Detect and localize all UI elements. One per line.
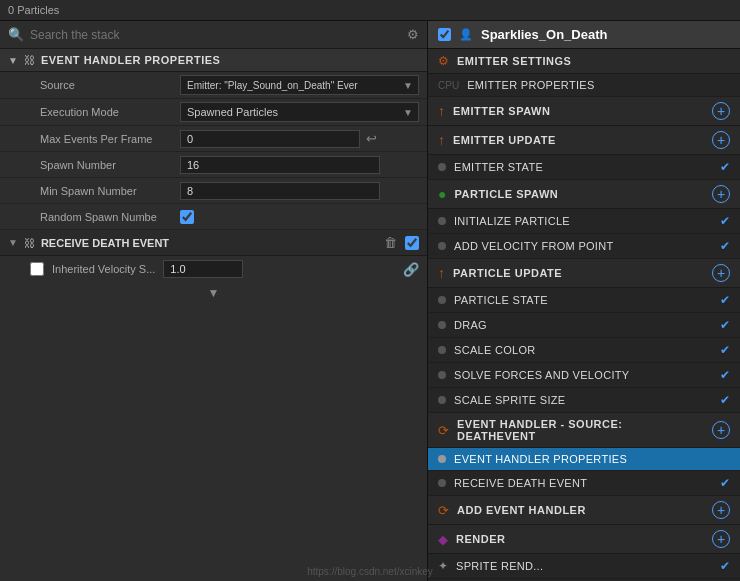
random-spawn-checkbox[interactable] — [180, 210, 194, 224]
chain-icon: ⛓ — [24, 54, 35, 66]
search-input[interactable] — [30, 28, 401, 42]
render-add-button[interactable]: + — [712, 530, 730, 548]
particle-update-add-button[interactable]: + — [712, 264, 730, 282]
sprite-render-check-icon[interactable]: ✔ — [720, 559, 730, 573]
inherited-velocity-checkbox[interactable] — [30, 262, 44, 276]
receive-death-event-item[interactable]: RECEIVE DEATH EVENT ✔ — [428, 471, 740, 496]
execution-mode-row: Execution Mode Spawned Particles ▼ — [0, 99, 427, 126]
filter-icon[interactable]: ⚙ — [407, 27, 419, 42]
receive-death-label: RECEIVE DEATH EVENT — [454, 477, 712, 489]
execution-mode-select-wrapper: Spawned Particles ▼ — [180, 102, 419, 122]
scale-color-check-icon[interactable]: ✔ — [720, 343, 730, 357]
emitter-update-row[interactable]: ↑ EMITTER UPDATE + — [428, 126, 740, 155]
particle-spawn-row[interactable]: ● PARTICLE SPAWN + — [428, 180, 740, 209]
scale-color-item[interactable]: SCALE COLOR ✔ — [428, 338, 740, 363]
scale-sprite-dot — [438, 396, 446, 404]
particle-state-label: PARTICLE STATE — [454, 294, 712, 306]
max-events-input[interactable] — [180, 130, 360, 148]
render-row[interactable]: ◆ RENDER + — [428, 525, 740, 554]
receive-death-title: RECEIVE DEATH EVENT — [41, 237, 169, 249]
drag-item[interactable]: DRAG ✔ — [428, 313, 740, 338]
source-select-text: Emitter: "Play_Sound_on_Death" Ever — [187, 80, 358, 91]
emitter-small-icon: 👤 — [459, 28, 473, 41]
add-event-handler-icon: ⟳ — [438, 503, 449, 518]
scale-color-dot — [438, 346, 446, 354]
add-event-handler-add-button[interactable]: + — [712, 501, 730, 519]
min-spawn-number-input[interactable] — [180, 182, 380, 200]
initialize-particle-item[interactable]: INITIALIZE PARTICLE ✔ — [428, 209, 740, 234]
init-particle-check-icon[interactable]: ✔ — [720, 214, 730, 228]
drag-dot — [438, 321, 446, 329]
event-handler-properties-label: EVENT HANDLER PROPERTIES — [454, 453, 730, 465]
emitter-properties-label: EMITTER PROPERTIES — [467, 79, 730, 91]
particle-state-item[interactable]: PARTICLE STATE ✔ — [428, 288, 740, 313]
emitter-settings-icon: ⚙ — [438, 54, 449, 68]
particle-update-label: PARTICLE UPDATE — [453, 267, 704, 279]
inherited-velocity-row: Inherited Velocity S... 🔗 — [0, 256, 427, 282]
solve-forces-check-icon[interactable]: ✔ — [720, 368, 730, 382]
source-value: Emitter: "Play_Sound_on_Death" Ever ▼ — [180, 75, 419, 95]
particle-state-check-icon[interactable]: ✔ — [720, 293, 730, 307]
event-handler-source-label: EVENT HANDLER - SOURCE: DEATHEVENT — [457, 418, 704, 442]
emitter-properties-item[interactable]: CPU EMITTER PROPERTIES — [428, 74, 740, 97]
spawn-number-input[interactable] — [180, 156, 380, 174]
emitter-settings-label: EMITTER SETTINGS — [457, 55, 730, 67]
receive-death-dot — [438, 479, 446, 487]
execution-mode-value: Spawned Particles ▼ — [180, 102, 419, 122]
event-handler-properties-item[interactable]: EVENT HANDLER PROPERTIES — [428, 448, 740, 471]
reset-icon[interactable]: ↩ — [366, 131, 377, 146]
event-handler-source-icon: ⟳ — [438, 423, 449, 438]
max-events-label: Max Events Per Frame — [40, 133, 180, 145]
search-bar: 🔍 ⚙ — [0, 21, 427, 49]
source-row: Source Emitter: "Play_Sound_on_Death" Ev… — [0, 72, 427, 99]
add-velocity-check-icon[interactable]: ✔ — [720, 239, 730, 253]
particle-update-row[interactable]: ↑ PARTICLE UPDATE + — [428, 259, 740, 288]
scale-sprite-label: SCALE SPRITE SIZE — [454, 394, 712, 406]
drag-label: DRAG — [454, 319, 712, 331]
emitter-header: 👤 Sparklies_On_Death — [428, 21, 740, 49]
event-handler-source-row[interactable]: ⟳ EVENT HANDLER - SOURCE: DEATHEVENT + — [428, 413, 740, 448]
add-velocity-dot — [438, 242, 446, 250]
emitter-state-item[interactable]: EMITTER STATE ✔ — [428, 155, 740, 180]
emitter-state-check-icon[interactable]: ✔ — [720, 160, 730, 174]
init-particle-dot — [438, 217, 446, 225]
emitter-spawn-add-button[interactable]: + — [712, 102, 730, 120]
solve-forces-item[interactable]: SOLVE FORCES AND VELOCITY ✔ — [428, 363, 740, 388]
add-velocity-item[interactable]: ADD VELOCITY FROM POINT ✔ — [428, 234, 740, 259]
death-enable-checkbox[interactable] — [405, 236, 419, 250]
min-spawn-number-row: Min Spawn Number — [0, 178, 427, 204]
sprite-render-star-icon: ✦ — [438, 559, 448, 573]
event-handler-props-dot — [438, 455, 446, 463]
inherited-velocity-input[interactable] — [163, 260, 243, 278]
random-spawn-row: Random Spawn Numbe — [0, 204, 427, 230]
emitter-checkbox[interactable] — [438, 28, 451, 41]
event-handler-add-button[interactable]: + — [712, 421, 730, 439]
scale-color-label: SCALE COLOR — [454, 344, 712, 356]
source-select[interactable]: Emitter: "Play_Sound_on_Death" Ever — [180, 75, 419, 95]
drag-check-icon[interactable]: ✔ — [720, 318, 730, 332]
expand-chevron-icon: ▼ — [208, 286, 220, 300]
solve-forces-label: SOLVE FORCES AND VELOCITY — [454, 369, 712, 381]
add-event-handler-row[interactable]: ⟳ ADD EVENT HANDLER + — [428, 496, 740, 525]
link-icon[interactable]: 🔗 — [403, 262, 419, 277]
emitter-spawn-row[interactable]: ↑ EMITTER SPAWN + — [428, 97, 740, 126]
emitter-settings-row[interactable]: ⚙ EMITTER SETTINGS — [428, 49, 740, 74]
particle-spawn-add-button[interactable]: + — [712, 185, 730, 203]
delete-icon[interactable]: 🗑 — [384, 235, 397, 250]
death-chain-icon: ⛓ — [24, 237, 35, 249]
chevron-icon: ▼ — [8, 55, 18, 66]
particle-spawn-icon: ● — [438, 186, 446, 202]
scale-sprite-check-icon[interactable]: ✔ — [720, 393, 730, 407]
left-panel: 🔍 ⚙ ▼ ⛓ EVENT HANDLER PROPERTIES Source … — [0, 21, 428, 581]
scale-sprite-item[interactable]: SCALE SPRITE SIZE ✔ — [428, 388, 740, 413]
sprite-render-item[interactable]: ✦ SPRITE REND... ✔ — [428, 554, 740, 579]
emitter-update-add-button[interactable]: + — [712, 131, 730, 149]
execution-mode-select[interactable]: Spawned Particles — [180, 102, 419, 122]
event-handler-section-header[interactable]: ▼ ⛓ EVENT HANDLER PROPERTIES — [0, 49, 427, 72]
receive-death-header[interactable]: ▼ ⛓ RECEIVE DEATH EVENT 🗑 — [0, 230, 427, 256]
event-handler-title: EVENT HANDLER PROPERTIES — [41, 54, 220, 66]
expand-more-button[interactable]: ▼ — [0, 282, 427, 304]
death-header-actions: 🗑 — [384, 235, 419, 250]
emitter-update-label: EMITTER UPDATE — [453, 134, 704, 146]
receive-death-check-icon[interactable]: ✔ — [720, 476, 730, 490]
